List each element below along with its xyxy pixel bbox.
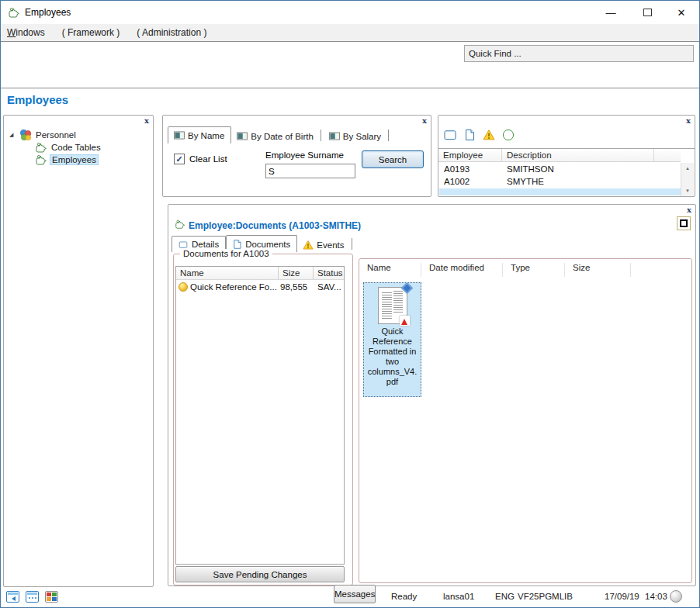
- file-item-pdf[interactable]: Quick Reference Formatted in two columns…: [363, 282, 421, 397]
- tree-item-code-tables[interactable]: Code Tables: [4, 141, 153, 154]
- employee-documents-panel: x Employee:Documents (A1003-SMITHE) Deta…: [168, 204, 696, 586]
- column-header-date-modified[interactable]: Date modified: [421, 263, 503, 277]
- maximize-button[interactable]: [636, 1, 659, 24]
- status-library: VF25PGMLIB: [518, 592, 573, 601]
- tab-separator: [352, 238, 352, 250]
- tree-item-personnel[interactable]: ◢ Personnel: [4, 129, 153, 141]
- file-name-line: Quick: [364, 326, 421, 337]
- close-icon[interactable]: x: [687, 205, 691, 216]
- column-header-status[interactable]: Status: [314, 267, 344, 279]
- color-grid-icon[interactable]: [45, 591, 58, 603]
- scroll-down-icon[interactable]: ▼: [681, 185, 694, 196]
- column-header-size[interactable]: Size: [279, 267, 314, 279]
- warning-icon[interactable]: [483, 129, 495, 141]
- tree-item-label: Personnel: [34, 130, 78, 140]
- employee-toolbar: [444, 129, 515, 141]
- file-name-line: Formatted in: [364, 347, 421, 357]
- tree-item-label-selected: Employees: [50, 154, 99, 165]
- documents-group-title: Documents for A1003: [180, 249, 272, 258]
- navigation-tree: ◢ Personnel Code Tables Employees: [4, 129, 153, 166]
- code-tables-icon: [35, 141, 47, 154]
- close-icon: ✕: [677, 7, 686, 19]
- document-icon: [232, 239, 242, 250]
- window-icon[interactable]: [444, 129, 456, 141]
- cell-description: SMYTHE: [502, 177, 544, 186]
- app-window: Employees — ✕ Windows ( Framework ) ( Ad…: [0, 0, 700, 608]
- document-icon[interactable]: [463, 129, 476, 141]
- column-header-size[interactable]: Size: [565, 263, 631, 277]
- search-button[interactable]: Search: [362, 150, 424, 168]
- column-header-name[interactable]: Name: [359, 263, 421, 277]
- tile-windows-icon[interactable]: [26, 591, 39, 603]
- menu-item-framework[interactable]: ( Framework ): [62, 27, 120, 38]
- tab-separator: [388, 130, 389, 141]
- cell-description: SMITHSON: [502, 164, 554, 174]
- table-row[interactable]: A0193 SMITHSON: [438, 163, 681, 175]
- restore-panel-button[interactable]: [677, 216, 691, 230]
- status-state: Ready: [391, 592, 417, 601]
- menu-bar: Windows ( Framework ) ( Administration ): [1, 24, 699, 42]
- cell-status: SAV...: [314, 282, 341, 292]
- restore-icon: [680, 219, 688, 227]
- thumbnail-text-column: [393, 291, 403, 314]
- tree-item-employees[interactable]: Employees: [4, 154, 153, 166]
- quick-find-input[interactable]: Quick Find ...: [464, 45, 694, 62]
- column-header-type[interactable]: Type: [503, 263, 565, 277]
- tab-by-date-of-birth[interactable]: By Date of Birth: [231, 129, 320, 143]
- cell-name: Quick Reference Fo...: [190, 282, 279, 292]
- column-header-filler: [654, 149, 681, 161]
- employee-surname-input[interactable]: [265, 164, 355, 178]
- vertical-scrollbar[interactable]: ▲ ▼: [681, 163, 694, 196]
- employees-icon: [35, 154, 47, 166]
- file-explorer-view: Name Date modified Type Size Quick Refer…: [359, 258, 692, 583]
- column-header-description[interactable]: Description: [502, 149, 654, 161]
- table-row[interactable]: A1002 SMYTHE: [438, 175, 681, 188]
- add-icon[interactable]: [502, 129, 515, 141]
- status-language: ENG: [495, 592, 515, 601]
- tab-separator: [321, 130, 321, 141]
- clear-list-checkbox[interactable]: ✓: [174, 154, 185, 164]
- menu-item-windows[interactable]: Windows: [7, 27, 45, 38]
- tab-label: Documents: [245, 240, 290, 249]
- maximize-icon: [643, 9, 652, 16]
- scroll-up-icon[interactable]: ▲: [681, 163, 694, 174]
- yellow-status-icon: [178, 282, 188, 292]
- tree-item-label: Code Tables: [50, 142, 102, 153]
- cell-size: 98,555: [279, 282, 314, 292]
- navigation-panel: x ◢ Personnel Code Tables Employees: [3, 115, 154, 587]
- page-title: Employees: [7, 93, 68, 106]
- title-bar: Employees — ✕: [1, 1, 699, 24]
- command-bar: Quick Find ...: [1, 43, 699, 88]
- tab-label: By Date of Birth: [251, 132, 314, 141]
- minimize-button[interactable]: —: [599, 1, 622, 24]
- tab-label: By Name: [188, 131, 224, 140]
- file-name-line: two: [364, 357, 421, 367]
- checkmark-icon: ✓: [175, 154, 182, 164]
- table-row-partial-selected[interactable]: [439, 188, 681, 195]
- cascade-windows-icon[interactable]: [6, 591, 19, 603]
- list-item[interactable]: Quick Reference Fo... 98,555 SAV...: [176, 280, 344, 294]
- document-panel-title: Employee:Documents (A1003-SMITHE): [189, 220, 361, 231]
- tab-by-name[interactable]: By Name: [168, 126, 231, 143]
- close-icon[interactable]: x: [686, 116, 691, 126]
- close-icon[interactable]: x: [144, 116, 149, 126]
- close-icon[interactable]: x: [422, 116, 427, 126]
- tab-events[interactable]: Events: [297, 237, 350, 252]
- pdf-thumbnail-icon: [378, 287, 407, 324]
- tab-by-salary[interactable]: By Salary: [324, 129, 387, 143]
- lansa-app-icon: [8, 6, 20, 19]
- close-button[interactable]: ✕: [670, 1, 693, 24]
- lansa-green-icon: [175, 219, 185, 230]
- save-pending-changes-button[interactable]: Save Pending Changes: [175, 566, 345, 582]
- status-server: lansa01: [443, 592, 474, 601]
- tree-expander-icon[interactable]: ◢: [9, 132, 19, 138]
- employee-surname-label: Employee Surname: [265, 150, 344, 160]
- file-name-line: pdf: [364, 377, 421, 387]
- column-header-employee[interactable]: Employee: [438, 149, 502, 161]
- thumbnail-text-column: [382, 292, 392, 319]
- column-header-name[interactable]: Name: [176, 267, 279, 279]
- file-view-header: Name Date modified Type Size: [359, 259, 691, 278]
- menu-item-administration[interactable]: ( Administration ): [137, 27, 206, 38]
- messages-button[interactable]: Messages: [334, 585, 376, 603]
- status-time: 14:03: [645, 592, 667, 601]
